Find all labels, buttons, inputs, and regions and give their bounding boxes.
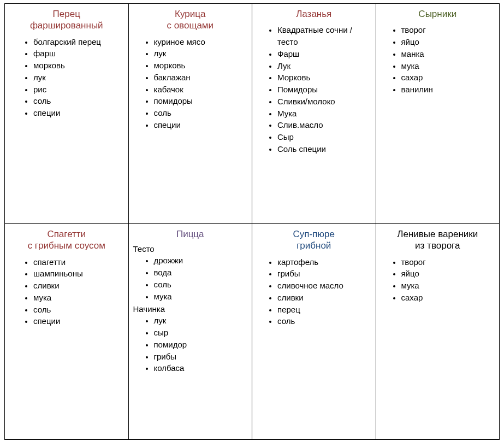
- ingredient-item: соль: [154, 107, 249, 119]
- ingredient-item: сливочное масло: [277, 280, 372, 292]
- ingredient-item: грибы: [277, 268, 372, 280]
- ingredient-item: яйцо: [401, 268, 496, 280]
- recipe-title: Лазанья: [256, 8, 372, 20]
- recipe-title: Пицца: [132, 228, 249, 240]
- recipe-title: Спагетти с грибным соусом: [8, 228, 125, 252]
- ingredient-item: Мука: [277, 108, 372, 120]
- ingredient-list: творогяйцоманкамукасахарванилин: [380, 24, 496, 96]
- ingredient-item: творог: [401, 256, 496, 268]
- recipe-title: Сырники: [380, 8, 496, 20]
- ingredient-item: Сыр: [277, 131, 372, 143]
- ingredient-item: Помидоры: [277, 84, 372, 96]
- recipe-cell: Спагетти с грибным соусомспагеттишампинь…: [5, 224, 129, 440]
- ingredient-item: сливки: [33, 280, 125, 292]
- recipe-title: Суп-пюре грибной: [256, 228, 372, 252]
- ingredient-item: Слив.масло: [277, 119, 372, 131]
- ingredient-list: дрожживодасольмука: [132, 255, 249, 302]
- ingredient-item: лук: [33, 72, 125, 84]
- ingredient-item: картофель: [277, 256, 372, 268]
- ingredient-item: сливки: [277, 292, 372, 304]
- ingredient-item: соль: [33, 304, 125, 316]
- ingredient-item: морковь: [154, 60, 249, 72]
- ingredient-item: мука: [401, 280, 496, 292]
- ingredient-item: соль: [33, 95, 125, 107]
- recipe-cell: Суп-пюре грибнойкартофельгрибысливочное …: [252, 224, 376, 440]
- ingredient-item: Соль специи: [277, 143, 372, 155]
- recipe-title: Курица с овощами: [132, 8, 249, 32]
- ingredient-list: Квадратные сочни /тестоФаршЛукМорковьПом…: [256, 24, 372, 155]
- ingredient-item: специи: [33, 315, 125, 327]
- ingredient-item: Фарш: [277, 48, 372, 60]
- ingredient-group-heading: Начинка: [133, 304, 249, 314]
- recipe-cell: Перец фаршированныйболгарский перецфаршм…: [5, 4, 129, 224]
- recipe-title: Ленивые вареники из творога: [380, 228, 496, 252]
- ingredient-item: дрожжи: [154, 255, 249, 267]
- ingredient-item: лук: [154, 48, 249, 60]
- ingredient-item: специи: [154, 119, 249, 131]
- recipe-cell: Курица с овощамикуриное мясолукморковьба…: [128, 4, 252, 224]
- ingredient-item: сахар: [401, 72, 496, 84]
- ingredient-item: морковь: [33, 60, 125, 72]
- ingredient-list: творогяйцомукасахар: [380, 256, 496, 304]
- recipe-title: Перец фаршированный: [8, 8, 125, 32]
- ingredient-list: спагеттишампиньонысливкимукасольспеции: [8, 256, 125, 328]
- ingredient-group-heading: Тесто: [133, 244, 249, 254]
- ingredient-item: Морковь: [277, 72, 372, 84]
- ingredient-list: болгарский перецфаршморковьлукриссольспе…: [8, 36, 125, 119]
- ingredient-item: кабачок: [154, 84, 249, 96]
- ingredient-item: помидор: [154, 339, 249, 351]
- ingredient-item: сахар: [401, 292, 496, 304]
- ingredient-item: сыр: [154, 327, 249, 339]
- ingredient-item: яйцо: [401, 36, 496, 48]
- ingredient-item: куриное мясо: [154, 36, 249, 48]
- ingredient-item: мука: [33, 292, 125, 304]
- ingredient-item: спагетти: [33, 256, 125, 268]
- ingredient-item: Лук: [277, 60, 372, 72]
- ingredient-list: куриное мясолукморковьбаклажанкабачокпом…: [132, 36, 249, 131]
- ingredient-item: перец: [277, 304, 372, 316]
- ingredient-list: луксырпомидоргрибыколбаса: [132, 315, 249, 374]
- ingredient-item: лук: [154, 315, 249, 327]
- ingredient-item: вода: [154, 267, 249, 279]
- recipe-cell: Ленивые вареники из творогатворогяйцомук…: [376, 224, 500, 440]
- ingredient-item: мука: [401, 60, 496, 72]
- ingredient-item: творог: [401, 24, 496, 36]
- ingredient-item: соль: [277, 315, 372, 327]
- ingredient-item: соль: [154, 279, 249, 291]
- ingredient-item: помидоры: [154, 95, 249, 107]
- ingredient-item: фарш: [33, 48, 125, 60]
- ingredient-item: специи: [33, 107, 125, 119]
- recipe-cell: Сырникитворогяйцоманкамукасахарванилин: [376, 4, 500, 224]
- ingredient-list: картофельгрибысливочное маслосливкиперец…: [256, 256, 372, 328]
- ingredient-item: шампиньоны: [33, 268, 125, 280]
- recipe-grid: Перец фаршированныйболгарский перецфаршм…: [4, 3, 500, 440]
- ingredient-item: Квадратные сочни /тесто: [277, 24, 372, 48]
- ingredient-item: манка: [401, 48, 496, 60]
- ingredient-item: мука: [154, 291, 249, 303]
- recipe-cell: ПиццаТестодрожживодасольмукаНачинкалуксы…: [128, 224, 252, 440]
- ingredient-item: колбаса: [154, 362, 249, 374]
- ingredient-item: грибы: [154, 351, 249, 363]
- recipe-cell: ЛазаньяКвадратные сочни /тестоФаршЛукМор…: [252, 4, 376, 224]
- ingredient-item: ванилин: [401, 84, 496, 96]
- page: Перец фаршированныйболгарский перецфаршм…: [0, 0, 504, 443]
- ingredient-item: болгарский перец: [33, 36, 125, 48]
- ingredient-item: баклажан: [154, 72, 249, 84]
- ingredient-item: Сливки/молоко: [277, 96, 372, 108]
- ingredient-item: рис: [33, 84, 125, 96]
